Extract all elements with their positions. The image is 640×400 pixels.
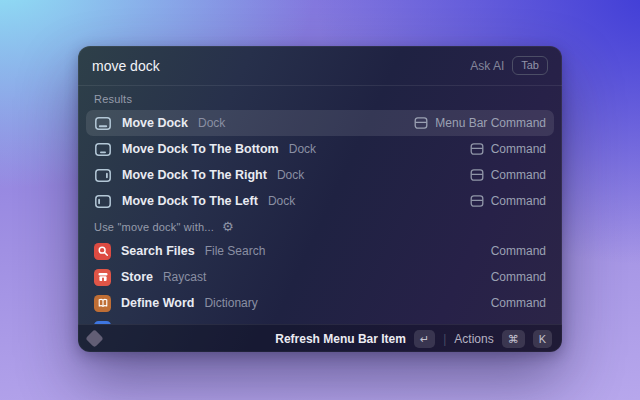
command-title: Store [121, 270, 153, 284]
dock-right-icon [94, 169, 112, 182]
search-input[interactable] [92, 58, 470, 74]
accessory-label: Command [491, 142, 546, 156]
actions-button[interactable]: Actions [454, 332, 493, 346]
results-list: Results Move Dock Dock [78, 86, 562, 324]
accessory-label: Command [491, 168, 546, 182]
accessory-label: Command [491, 270, 546, 284]
command-title: Search Files [121, 244, 195, 258]
suggestions-header-label: Use "move dock" with... [94, 221, 214, 233]
accessory-label: Command [491, 296, 546, 310]
menu-bar-icon [470, 168, 484, 182]
footer-divider: | [443, 332, 446, 346]
tab-keycap: Tab [512, 56, 548, 75]
command-subtitle: Dock [268, 194, 295, 208]
command-subtitle: Dictionary [204, 296, 257, 310]
row-move-dock-bottom[interactable]: Move Dock To The Bottom Dock Command [86, 136, 554, 162]
command-subtitle: File Search [205, 244, 266, 258]
row-move-dock-right[interactable]: Move Dock To The Right Dock Command [86, 162, 554, 188]
ask-ai-label[interactable]: Ask AI [470, 59, 504, 73]
command-subtitle: Dock [289, 142, 316, 156]
command-subtitle: Dock [277, 168, 304, 182]
search-bar: Ask AI Tab [78, 46, 562, 86]
command-title: Move Dock To The Right [122, 168, 267, 182]
accessory-label: Command [491, 244, 546, 258]
command-title: Define Word [121, 296, 194, 310]
row-move-dock-left[interactable]: Move Dock To The Left Dock Command [86, 188, 554, 214]
enter-keycap: ↵ [414, 330, 435, 348]
accessory-label: Menu Bar Command [435, 116, 546, 130]
row-search-menu-items[interactable]: Search Menu Items Navigation Command [86, 316, 554, 324]
row-define-word[interactable]: Define Word Dictionary Command [86, 290, 554, 316]
row-move-dock[interactable]: Move Dock Dock Menu Bar Command [86, 110, 554, 136]
results-section-header: Results [86, 86, 554, 110]
dock-bottom-icon [94, 117, 112, 130]
command-title: Move Dock [122, 116, 188, 130]
dock-bottom-icon [94, 143, 112, 156]
cmd-keycap: ⌘ [502, 330, 525, 348]
menu-bar-icon [470, 194, 484, 208]
search-files-icon [94, 243, 111, 260]
primary-action-label[interactable]: Refresh Menu Bar Item [275, 332, 406, 346]
suggestions-section-header: Use "move dock" with... ⚙ [86, 214, 554, 238]
row-store[interactable]: Store Raycast Command [86, 264, 554, 290]
gear-icon[interactable]: ⚙ [222, 222, 234, 232]
action-bar: Refresh Menu Bar Item ↵ | Actions ⌘ K [78, 324, 562, 352]
menu-bar-icon [470, 142, 484, 156]
command-title: Move Dock To The Left [122, 194, 258, 208]
k-keycap: K [533, 330, 552, 348]
raycast-logo-icon [85, 329, 103, 347]
menu-bar-icon [414, 116, 428, 130]
row-search-files[interactable]: Search Files File Search Command [86, 238, 554, 264]
dock-left-icon [94, 195, 112, 208]
store-icon [94, 269, 111, 286]
define-word-icon [94, 295, 111, 312]
results-header-label: Results [94, 93, 132, 105]
raycast-window: Ask AI Tab Results Move Dock Dock [78, 46, 562, 352]
command-subtitle: Dock [198, 116, 225, 130]
command-title: Move Dock To The Bottom [122, 142, 279, 156]
accessory-label: Command [491, 194, 546, 208]
command-subtitle: Raycast [163, 270, 206, 284]
